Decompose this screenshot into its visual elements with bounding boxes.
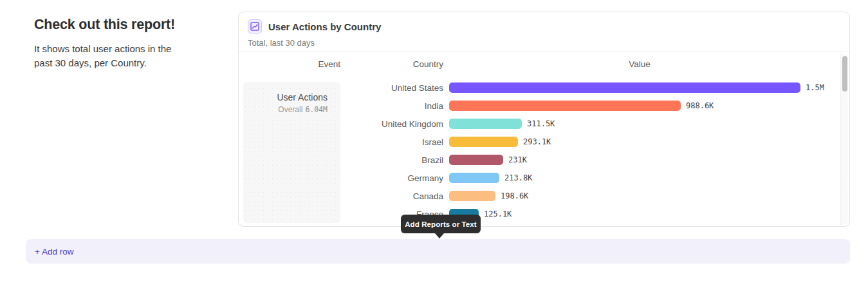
column-header-country: Country [346,59,443,69]
bar[interactable] [449,155,503,165]
bar-value: 125.1K [484,209,512,218]
add-reports-tooltip: Add Reports or Text [401,215,481,233]
chart-row: France125.1K [239,205,840,223]
chart-row: Brazil231K [239,151,840,169]
report-chart-area: Event Country Value User Actions Overall… [239,52,849,226]
country-label: United States [239,83,443,93]
report-title: User Actions by Country [268,21,381,32]
bar-value: 293.1K [523,137,551,146]
column-header-value: Value [449,59,830,69]
bar-cell: 988.6K [449,101,714,111]
chart-row: Israel293.1K [239,133,840,151]
insights-chart-icon [248,19,262,34]
country-label: Brazil [239,155,443,165]
country-label: Germany [239,173,443,183]
column-header-event: Event [239,59,340,69]
scrollbar-track[interactable] [840,53,848,225]
chart-row: Germany213.8K [239,169,840,187]
chart-rows: United States1.5MIndia988.6KUnited Kingd… [239,79,840,223]
bar-value: 988.6K [686,101,714,110]
bar-value: 311.5K [527,119,555,128]
country-label: Israel [239,137,443,147]
bar[interactable] [449,82,800,93]
bar-cell: 311.5K [449,119,555,129]
bar[interactable] [449,101,681,111]
bar[interactable] [449,191,495,201]
chart-row: United States1.5M [239,79,840,97]
add-row-button[interactable]: + Add row [26,239,850,264]
bar-cell: 213.8K [449,173,532,183]
tooltip-label: Add Reports or Text [405,220,477,228]
country-label: Canada [239,191,443,201]
chart-row: India988.6K [239,97,840,115]
page-title: Check out this report! [34,17,214,33]
bar-value: 213.8K [504,173,532,182]
bar-value: 198.6K [501,191,528,200]
bar-cell: 293.1K [449,137,551,147]
bar-value: 1.5M [806,83,824,92]
add-row-label: + Add row [35,247,73,257]
country-label: India [239,101,443,111]
bar-cell: 1.5M [449,82,824,93]
chart-row: Canada198.6K [239,187,840,205]
report-card[interactable]: User Actions by Country Total, last 30 d… [238,12,850,227]
chart-row: United Kingdom311.5K [239,115,840,133]
bar-cell: 198.6K [449,191,528,201]
bar[interactable] [449,173,499,183]
tooltip-arrow-icon [435,233,444,238]
scrollbar-thumb[interactable] [842,56,847,92]
intro-description: It shows total user actions in the past … [34,42,189,70]
bar-value: 231K [508,155,527,164]
report-subtitle: Total, last 30 days [248,38,840,48]
bar[interactable] [449,119,522,129]
country-label: United Kingdom [239,119,443,129]
intro-section: Check out this report! It shows total us… [34,17,214,70]
report-card-header: User Actions by Country Total, last 30 d… [239,12,849,52]
bar[interactable] [449,137,518,147]
bar-cell: 231K [449,155,527,165]
